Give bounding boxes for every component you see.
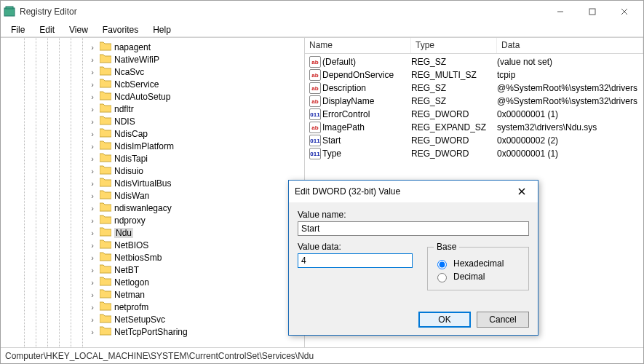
folder-icon: [100, 140, 111, 152]
value-name: ErrorControl: [322, 109, 370, 119]
col-type[interactable]: Type: [411, 38, 497, 53]
maximize-button[interactable]: [576, 1, 608, 22]
close-button[interactable]: [608, 1, 640, 22]
tree-item[interactable]: ›NcdAutoSetup: [88, 90, 304, 103]
chevron-right-icon[interactable]: ›: [88, 216, 97, 225]
tree-item[interactable]: ›NetbiosSmb: [88, 251, 304, 264]
menu-file[interactable]: File: [5, 23, 31, 36]
titlebar[interactable]: Registry Editor: [1, 1, 643, 23]
chevron-right-icon[interactable]: ›: [88, 68, 97, 76]
tree-item-label: NdisTapi: [114, 154, 148, 164]
tree-item[interactable]: ›NDIS: [88, 115, 304, 127]
tree-item[interactable]: ›ndiswanlegacy: [88, 202, 304, 214]
chevron-right-icon[interactable]: ›: [88, 241, 97, 250]
tree-item[interactable]: ›ndproxy: [88, 214, 304, 226]
tree-item[interactable]: ›ndfltr: [88, 103, 304, 115]
value-data-field[interactable]: [298, 253, 413, 268]
cancel-button[interactable]: Cancel: [477, 312, 529, 328]
value-row[interactable]: abDescriptionREG_SZ@%SystemRoot%\system3…: [305, 82, 643, 95]
value-row[interactable]: 011StartREG_DWORD0x00000002 (2): [305, 134, 643, 147]
radio-hex-input[interactable]: [437, 260, 447, 269]
value-name-label: Value name:: [298, 210, 529, 220]
chevron-right-icon[interactable]: ›: [88, 167, 97, 175]
chevron-right-icon[interactable]: ›: [88, 266, 97, 274]
chevron-right-icon[interactable]: ›: [88, 179, 97, 188]
value-data: 0x00000001 (1): [497, 109, 643, 119]
chevron-right-icon[interactable]: ›: [88, 253, 97, 262]
tree-item[interactable]: ›netprofm: [88, 301, 304, 313]
chevron-right-icon[interactable]: ›: [88, 92, 97, 101]
chevron-right-icon[interactable]: ›: [88, 55, 97, 64]
chevron-right-icon[interactable]: ›: [88, 290, 97, 299]
tree-item[interactable]: ›Ndu: [88, 226, 304, 239]
folder-icon: [100, 78, 111, 90]
tree-item[interactable]: ›Netlogon: [88, 276, 304, 288]
tree-pane[interactable]: ›napagent›NativeWifiP›NcaSvc›NcbService›…: [1, 38, 305, 347]
values-header[interactable]: Name Type Data: [305, 38, 643, 54]
chevron-right-icon[interactable]: ›: [88, 105, 97, 114]
dialog-close-button[interactable]: [512, 181, 532, 202]
tree-item[interactable]: ›NdisTapi: [88, 152, 304, 165]
tree-item-label: NcdAutoSetup: [114, 92, 170, 102]
chevron-right-icon[interactable]: ›: [88, 142, 97, 151]
tree-item[interactable]: ›NcaSvc: [88, 66, 304, 78]
tree-item-label: ndiswanlegacy: [114, 203, 172, 213]
tree-item[interactable]: ›NetBIOS: [88, 239, 304, 251]
ok-button[interactable]: OK: [418, 312, 471, 328]
menu-view[interactable]: View: [63, 23, 94, 36]
dialog-titlebar[interactable]: Edit DWORD (32-bit) Value: [289, 181, 538, 202]
tree-item-label: NdisCap: [114, 129, 148, 139]
tree-item[interactable]: ›NetTcpPortSharing: [88, 325, 304, 338]
string-value-icon: ab: [309, 56, 321, 68]
tree-item-label: napagent: [114, 42, 151, 52]
chevron-right-icon[interactable]: ›: [88, 130, 97, 138]
tree-item[interactable]: ›NetBT: [88, 264, 304, 276]
window-title: Registry Editor: [20, 7, 544, 17]
tree-item[interactable]: ›NetSetupSvc: [88, 313, 304, 325]
tree-item-label: Netman: [114, 290, 145, 300]
value-name-field[interactable]: [298, 221, 529, 236]
tree-item[interactable]: ›NdisImPlatform: [88, 140, 304, 152]
chevron-right-icon[interactable]: ›: [88, 315, 97, 324]
value-row[interactable]: abDependOnServiceREG_MULTI_SZtcpip: [305, 68, 643, 82]
value-row[interactable]: abImagePathREG_EXPAND_SZsystem32\drivers…: [305, 121, 643, 134]
col-name[interactable]: Name: [305, 38, 411, 53]
value-row[interactable]: 011ErrorControlREG_DWORD0x00000001 (1): [305, 108, 643, 121]
tree-item[interactable]: ›napagent: [88, 41, 304, 53]
menu-edit[interactable]: Edit: [33, 23, 60, 36]
chevron-right-icon[interactable]: ›: [88, 154, 97, 163]
tree-item[interactable]: ›NdisWan: [88, 189, 304, 202]
tree-item[interactable]: ›NdisCap: [88, 127, 304, 140]
chevron-right-icon[interactable]: ›: [88, 80, 97, 89]
chevron-right-icon[interactable]: ›: [88, 43, 97, 52]
chevron-right-icon[interactable]: ›: [88, 229, 97, 237]
chevron-right-icon[interactable]: ›: [88, 303, 97, 312]
chevron-right-icon[interactable]: ›: [88, 191, 97, 200]
tree-item-label: NdisVirtualBus: [114, 178, 171, 189]
radio-dec-input[interactable]: [437, 273, 447, 282]
tree-item[interactable]: ›NdisVirtualBus: [88, 177, 304, 189]
value-row[interactable]: 011TypeREG_DWORD0x00000001 (1): [305, 147, 643, 160]
chevron-right-icon[interactable]: ›: [88, 328, 97, 336]
menu-favorites[interactable]: Favorites: [97, 23, 144, 36]
chevron-right-icon[interactable]: ›: [88, 204, 97, 213]
tree-item[interactable]: ›Netman: [88, 288, 304, 301]
col-data[interactable]: Data: [497, 38, 643, 53]
value-name: ImagePath: [322, 122, 365, 132]
tree-item[interactable]: ›NativeWifiP: [88, 53, 304, 66]
registry-editor-window: Registry Editor File Edit View Favorites…: [0, 0, 644, 364]
tree-item[interactable]: ›Ndisuio: [88, 165, 304, 177]
folder-icon: [100, 66, 111, 78]
chevron-right-icon[interactable]: ›: [88, 278, 97, 287]
tree-item[interactable]: ›NcbService: [88, 78, 304, 90]
chevron-right-icon[interactable]: ›: [88, 117, 97, 126]
binary-value-icon: 011: [309, 148, 321, 159]
tree-item-label: ndfltr: [114, 104, 134, 114]
menu-help[interactable]: Help: [147, 23, 177, 36]
value-row[interactable]: ab(Default)REG_SZ(value not set): [305, 55, 643, 68]
value-data: tcpip: [497, 70, 643, 80]
radio-hex[interactable]: Hexadecimal: [434, 258, 522, 269]
radio-dec[interactable]: Decimal: [434, 271, 522, 282]
value-row[interactable]: abDisplayNameREG_SZ@%SystemRoot%\system3…: [305, 95, 643, 108]
minimize-button[interactable]: [544, 1, 576, 22]
